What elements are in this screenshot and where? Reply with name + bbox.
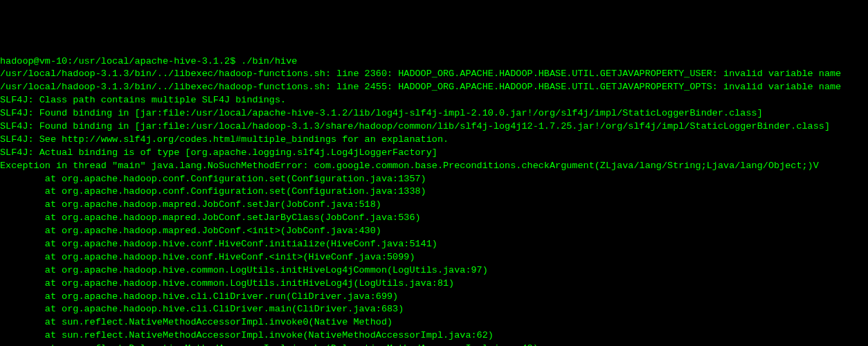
terminal-line: at org.apache.hadoop.hive.conf.HiveConf.… <box>0 251 868 264</box>
terminal-line: at org.apache.hadoop.conf.Configuration.… <box>0 173 868 186</box>
terminal-line: at org.apache.hadoop.mapred.JobConf.setJ… <box>0 212 868 225</box>
terminal-line: at org.apache.hadoop.conf.Configuration.… <box>0 185 868 199</box>
terminal-line: hadoop@vm-10:/usr/local/apache-hive-3.1.… <box>0 55 868 69</box>
terminal-line: at sun.reflect.NativeMethodAccessorImpl.… <box>0 316 868 329</box>
terminal-line: at org.apache.hadoop.hive.cli.CliDriver.… <box>0 303 868 316</box>
terminal-line: /usr/local/hadoop-3.1.3/bin/../libexec/h… <box>0 68 868 81</box>
terminal-line: at org.apache.hadoop.hive.cli.CliDriver.… <box>0 291 868 304</box>
terminal-output: hadoop@vm-10:/usr/local/apache-hive-3.1.… <box>0 55 868 346</box>
terminal-line: at sun.reflect.DelegatingMethodAccessorI… <box>0 343 868 346</box>
terminal-line: at org.apache.hadoop.hive.conf.HiveConf.… <box>0 238 868 251</box>
terminal-line: at org.apache.hadoop.mapred.JobConf.setJ… <box>0 199 868 212</box>
terminal-line: SLF4J: Found binding in [jar:file:/usr/l… <box>0 120 868 134</box>
terminal-line: SLF4J: Found binding in [jar:file:/usr/l… <box>0 107 868 120</box>
terminal-line: at sun.reflect.NativeMethodAccessorImpl.… <box>0 329 868 343</box>
terminal-line: at org.apache.hadoop.hive.common.LogUtil… <box>0 264 868 277</box>
terminal-line: at org.apache.hadoop.hive.common.LogUtil… <box>0 277 868 291</box>
terminal-line: SLF4J: See http://www.slf4j.org/codes.ht… <box>0 134 868 147</box>
terminal-line: SLF4J: Actual binding is of type [org.ap… <box>0 147 868 160</box>
terminal-line: /usr/local/hadoop-3.1.3/bin/../libexec/h… <box>0 81 868 94</box>
terminal-line: at org.apache.hadoop.mapred.JobConf.<ini… <box>0 225 868 238</box>
terminal-line: SLF4J: Class path contains multiple SLF4… <box>0 94 868 107</box>
terminal-line: Exception in thread "main" java.lang.NoS… <box>0 160 868 173</box>
